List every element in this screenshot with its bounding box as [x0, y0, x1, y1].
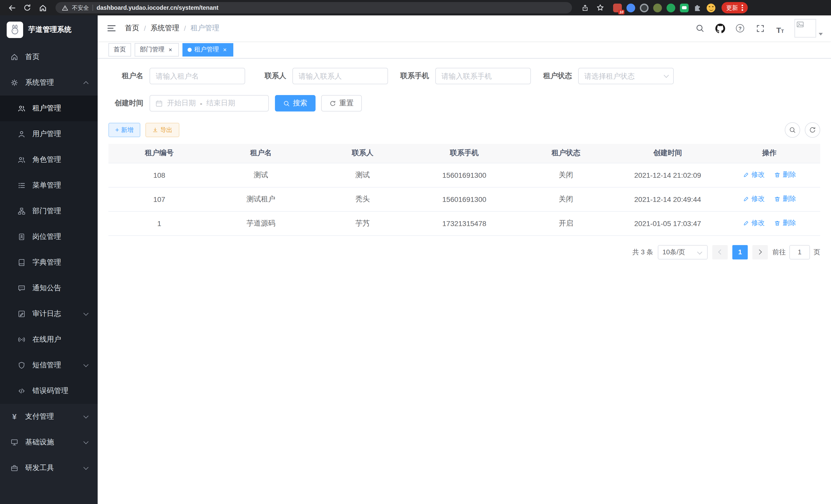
- tag-home[interactable]: 首页: [109, 43, 131, 56]
- tag-dept[interactable]: 部门管理: [135, 43, 179, 56]
- sidebar-item-dict[interactable]: 字典管理: [0, 250, 98, 275]
- sidebar-item-user[interactable]: 用户管理: [0, 121, 98, 147]
- export-button[interactable]: 导出: [145, 123, 179, 137]
- delete-button[interactable]: 删除: [774, 195, 796, 204]
- next-page-button[interactable]: [752, 245, 768, 259]
- users-icon: [18, 156, 26, 164]
- sidebar-item-menu[interactable]: 菜单管理: [0, 173, 98, 198]
- reload-icon[interactable]: [21, 1, 34, 14]
- extension-icon[interactable]: [680, 3, 689, 12]
- book-icon: [18, 259, 26, 267]
- tag-tenant-active[interactable]: 租户管理: [182, 43, 233, 56]
- cell-contact: 芋艿: [312, 211, 413, 235]
- extension-icon[interactable]: [640, 3, 649, 12]
- close-icon[interactable]: [167, 46, 174, 53]
- close-icon[interactable]: [222, 46, 228, 53]
- search-button[interactable]: 搜索: [275, 95, 316, 112]
- sidebar-item-infra[interactable]: 基础设施: [0, 429, 98, 455]
- status-select[interactable]: [578, 68, 674, 84]
- tenant-name-input[interactable]: [149, 68, 245, 84]
- sidebar-item-label: 短信管理: [32, 361, 77, 370]
- search-icon[interactable]: [694, 23, 706, 34]
- github-icon[interactable]: [714, 23, 726, 34]
- font-size-icon[interactable]: [774, 23, 786, 34]
- sidebar-item-role[interactable]: 角色管理: [0, 147, 98, 173]
- extension-icon[interactable]: [653, 3, 662, 12]
- help-icon[interactable]: [735, 23, 746, 34]
- delete-button[interactable]: 删除: [774, 170, 796, 180]
- delete-label: 删除: [783, 195, 796, 204]
- phone-input[interactable]: [435, 68, 531, 84]
- sidebar-item-errcode[interactable]: 错误码管理: [0, 378, 98, 404]
- security-label[interactable]: 不安全: [72, 4, 89, 11]
- contact-input[interactable]: [292, 68, 388, 84]
- sidebar-item-tools[interactable]: 研发工具: [0, 455, 98, 481]
- reset-button[interactable]: 重置: [321, 95, 362, 112]
- edit-button[interactable]: 修改: [743, 218, 765, 228]
- pencil-icon: [743, 220, 749, 227]
- filter-row-1: 租户名 联系人 联系手机 租户状态: [109, 68, 820, 84]
- edit-button[interactable]: 修改: [743, 195, 765, 204]
- code-icon: [18, 387, 26, 395]
- app-logo[interactable]: 芋道管理系统: [0, 16, 98, 44]
- sidebar-item-label: 系统管理: [25, 78, 77, 87]
- divider: [92, 5, 93, 11]
- sidebar-item-sms[interactable]: 短信管理: [0, 352, 98, 378]
- cell-actions: 修改 删除: [718, 211, 820, 235]
- extension-icon[interactable]: [627, 3, 635, 12]
- shield-icon: [18, 361, 26, 369]
- page-size-select[interactable]: 10条/页: [658, 245, 708, 259]
- user-avatar[interactable]: [795, 19, 823, 37]
- sidebar-item-post[interactable]: 岗位管理: [0, 224, 98, 250]
- chevron-down-icon: [83, 413, 88, 418]
- cell-created: 2021-01-05 17:03:47: [617, 211, 718, 235]
- delete-button[interactable]: 删除: [774, 218, 796, 228]
- prev-page-button[interactable]: [712, 245, 728, 259]
- fullscreen-icon[interactable]: [754, 23, 766, 34]
- add-button[interactable]: 新增: [109, 123, 140, 137]
- cell-contact: 测试: [312, 163, 413, 187]
- sidebar-item-home[interactable]: 首页: [0, 44, 98, 70]
- sidebar-item-label: 支付管理: [25, 412, 77, 421]
- cell-created: 2021-12-14 20:49:44: [617, 187, 718, 211]
- goto-page-input[interactable]: [790, 245, 810, 259]
- refresh-table-button[interactable]: [805, 122, 820, 138]
- broken-image-icon: [795, 19, 816, 37]
- edit-button[interactable]: 修改: [743, 170, 765, 180]
- cell-tenant-id: 1: [109, 211, 210, 235]
- sidebar-item-label: 首页: [25, 52, 87, 62]
- sidebar-item-dept[interactable]: 部门管理: [0, 198, 98, 224]
- home-icon[interactable]: [36, 1, 49, 14]
- extensions-puzzle-icon[interactable]: [693, 3, 702, 12]
- edit-label: 修改: [751, 218, 765, 228]
- bookmark-star-icon[interactable]: [594, 1, 607, 14]
- address-bar[interactable]: 不安全 dashboard.yudao.iocoder.cn/system/te…: [56, 2, 572, 13]
- sidebar-item-pay[interactable]: 支付管理: [0, 404, 98, 429]
- update-button[interactable]: 更新: [721, 2, 747, 13]
- export-button-label: 导出: [160, 126, 172, 135]
- sidebar-item-online[interactable]: 在线用户: [0, 327, 98, 352]
- date-range-picker[interactable]: 开始日期 - 结束日期: [149, 95, 269, 112]
- sidebar-item-tenant[interactable]: 租户管理: [0, 95, 98, 121]
- download-icon: [152, 127, 158, 133]
- toggle-search-button[interactable]: [785, 122, 800, 138]
- start-date-placeholder: 开始日期: [167, 99, 196, 108]
- column-header: 租户编号: [109, 144, 210, 163]
- sidebar-item-system[interactable]: 系统管理: [0, 70, 98, 95]
- browser-menu-kebab-icon[interactable]: [742, 5, 743, 11]
- sidebar-toggle-hamburger-icon[interactable]: [106, 23, 117, 34]
- breadcrumb-item[interactable]: 系统管理: [150, 24, 179, 33]
- extension-icon[interactable]: 10: [613, 3, 622, 12]
- profile-avatar-icon[interactable]: [707, 3, 715, 12]
- current-page[interactable]: 1: [732, 245, 748, 259]
- breadcrumb-item[interactable]: 首页: [125, 24, 139, 33]
- cell-tenant-name: 测试租户: [210, 187, 312, 211]
- sidebar-item-audit[interactable]: 审计日志: [0, 301, 98, 327]
- table-toolbar: 新增 导出: [109, 122, 820, 138]
- sidebar-item-notice[interactable]: 通知公告: [0, 275, 98, 301]
- share-icon[interactable]: [578, 1, 592, 14]
- tag-label: 首页: [114, 45, 126, 54]
- extension-icon[interactable]: [666, 3, 675, 12]
- column-header: 操作: [718, 144, 820, 163]
- back-icon[interactable]: [5, 1, 19, 14]
